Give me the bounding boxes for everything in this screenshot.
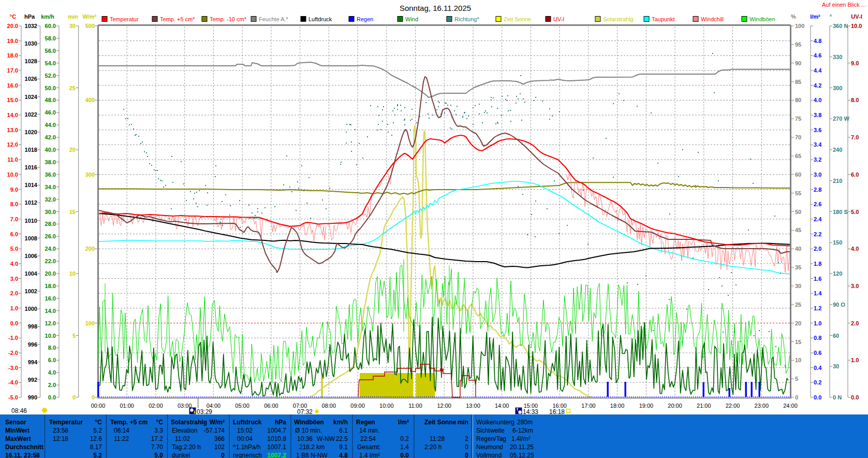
svg-text:30: 30 <box>69 23 76 29</box>
svg-text:1.6: 1.6 <box>814 276 821 282</box>
svg-text:0.0: 0.0 <box>400 452 409 458</box>
svg-text:75: 75 <box>795 116 801 122</box>
svg-text:4.8: 4.8 <box>339 452 348 458</box>
svg-text:42.0: 42.0 <box>45 134 56 140</box>
svg-text:06:00: 06:00 <box>264 403 278 409</box>
svg-text:1020: 1020 <box>25 129 37 135</box>
svg-text:12.6: 12.6 <box>90 435 102 442</box>
svg-text:Feuchte A.*: Feuchte A.* <box>259 16 289 22</box>
svg-text:180 S: 180 S <box>833 209 848 215</box>
svg-text:Elevation: Elevation <box>172 427 197 434</box>
svg-text:4.0: 4.0 <box>48 369 56 376</box>
svg-text:17.0: 17.0 <box>7 67 18 74</box>
svg-text:0: 0 <box>92 394 95 400</box>
svg-text:44.0: 44.0 <box>45 122 56 128</box>
svg-text:2.0: 2.0 <box>851 320 859 326</box>
svg-text:6.0: 6.0 <box>10 231 18 237</box>
svg-text:1.4l/m²: 1.4l/m² <box>511 435 531 442</box>
svg-text:Richtung*: Richtung* <box>454 16 479 22</box>
svg-text:300: 300 <box>833 85 842 91</box>
svg-text:4.0: 4.0 <box>851 246 859 252</box>
svg-text:10.0: 10.0 <box>45 333 56 339</box>
svg-text:58.0: 58.0 <box>45 35 56 41</box>
svg-text:9.0: 9.0 <box>851 60 859 66</box>
svg-text:0.0: 0.0 <box>10 320 18 326</box>
svg-text:3.0: 3.0 <box>814 171 821 178</box>
svg-text:3.8: 3.8 <box>814 112 821 118</box>
svg-text:-1.0: -1.0 <box>8 335 18 341</box>
svg-text:01:00: 01:00 <box>120 403 134 409</box>
svg-text:08:00: 08:00 <box>322 403 336 409</box>
svg-text:-57.174: -57.174 <box>203 427 225 434</box>
svg-text:-2.0: -2.0 <box>8 350 18 356</box>
svg-text:16.0: 16.0 <box>7 82 18 89</box>
svg-text:Luftdruck: Luftdruck <box>308 16 332 22</box>
svg-text:1012: 1012 <box>25 199 37 206</box>
svg-text:4.4: 4.4 <box>814 67 822 74</box>
svg-text:9.1: 9.1 <box>339 443 348 451</box>
svg-text:W/m²: W/m² <box>210 419 225 426</box>
svg-text:regnerisch: regnerisch <box>233 452 262 458</box>
svg-text:16.0: 16.0 <box>45 295 56 302</box>
svg-text:Gesamt:: Gesamt: <box>357 443 380 451</box>
svg-text:6-12km: 6-12km <box>512 427 533 434</box>
svg-text:8.0: 8.0 <box>851 97 859 103</box>
svg-text:218.2 km: 218.2 km <box>299 443 325 451</box>
svg-text:0: 0 <box>465 452 468 458</box>
svg-text:12.0: 12.0 <box>45 320 56 326</box>
svg-text:Zeit Sonne: Zeit Sonne <box>504 16 531 22</box>
svg-text:1008: 1008 <box>25 235 37 241</box>
svg-text:20.0: 20.0 <box>7 23 18 29</box>
svg-text:300: 300 <box>85 171 95 178</box>
svg-text:min: min <box>68 13 78 20</box>
svg-text:10.0: 10.0 <box>7 171 18 178</box>
svg-text:5.0: 5.0 <box>10 246 18 252</box>
svg-text:0.8: 0.8 <box>814 335 821 341</box>
svg-text:00:04: 00:04 <box>237 435 253 442</box>
svg-text:25: 25 <box>69 85 76 91</box>
svg-text:km/h: km/h <box>41 13 54 20</box>
svg-text:Neumond: Neumond <box>476 443 503 451</box>
svg-text:28.0: 28.0 <box>45 221 56 227</box>
svg-text:11:02: 11:02 <box>175 435 190 442</box>
svg-text:0: 0 <box>795 394 798 400</box>
svg-text:0 N: 0 N <box>833 394 842 400</box>
svg-text:80: 80 <box>795 97 801 103</box>
svg-text:1.4: 1.4 <box>400 443 409 451</box>
svg-text:0.4: 0.4 <box>814 365 822 371</box>
svg-text:MinWert: MinWert <box>5 427 30 434</box>
svg-text:7.0: 7.0 <box>851 134 859 140</box>
svg-text:0.2: 0.2 <box>814 379 821 385</box>
svg-text:4.2: 4.2 <box>814 82 821 89</box>
svg-text:13:00: 13:00 <box>466 403 480 409</box>
svg-text:19:00: 19:00 <box>639 403 654 409</box>
svg-text:100: 100 <box>795 23 804 29</box>
svg-text:36.0: 36.0 <box>45 171 56 178</box>
svg-text:14.0: 14.0 <box>7 112 18 118</box>
svg-text:8.0: 8.0 <box>48 345 56 351</box>
svg-text:7.70: 7.70 <box>151 443 164 451</box>
svg-text:1.0: 1.0 <box>10 305 18 311</box>
svg-text:06:14: 06:14 <box>114 427 129 434</box>
svg-text:6.0: 6.0 <box>48 357 56 363</box>
svg-text:Regen: Regen <box>356 419 375 426</box>
svg-text:dunkel: dunkel <box>172 452 190 458</box>
svg-text:17:00: 17:00 <box>581 403 596 409</box>
svg-text:994: 994 <box>28 359 38 365</box>
svg-text:10.0: 10.0 <box>851 23 862 29</box>
svg-text:l/m²: l/m² <box>810 13 820 20</box>
svg-text:90: 90 <box>795 60 801 66</box>
svg-text:Windböen: Windböen <box>749 16 775 22</box>
svg-text:120: 120 <box>833 270 842 277</box>
svg-text:UV-I: UV-I <box>851 13 862 20</box>
svg-text:Vollmond: Vollmond <box>476 452 502 458</box>
svg-text:Ø 10 min.: Ø 10 min. <box>295 427 322 434</box>
svg-text:13.0: 13.0 <box>7 127 18 133</box>
svg-text:1030: 1030 <box>25 40 37 47</box>
svg-text:Windchill: Windchill <box>701 16 724 22</box>
svg-text:1.4 l/m²: 1.4 l/m² <box>359 452 380 458</box>
svg-text:Wolkenunterg: Wolkenunterg <box>476 419 514 426</box>
svg-text:Luftdruck: Luftdruck <box>233 419 262 426</box>
svg-text:hPa: hPa <box>24 13 35 20</box>
svg-text:4.0: 4.0 <box>10 261 18 267</box>
